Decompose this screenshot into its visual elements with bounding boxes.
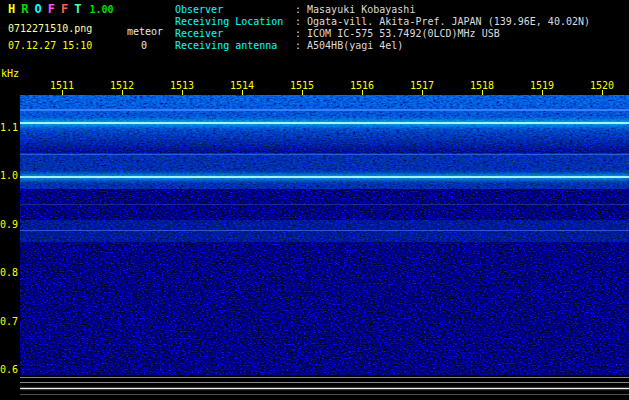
carrier-line (20, 122, 629, 124)
level-grid-line (20, 377, 629, 378)
level-grid-line (20, 394, 629, 395)
time-tick-label: 1516 (347, 80, 377, 92)
info-value: : A504HB(yagi 4el) (295, 40, 403, 52)
logo-letter: H (8, 2, 15, 16)
info-value: : Ogata-vill. Akita-Pref. JAPAN (139.96E… (295, 16, 590, 28)
signal-level-trace (20, 388, 629, 389)
station-info-row: Observer: Masayuki Kobayashi (175, 4, 590, 16)
time-tick-label: 1514 (227, 80, 257, 92)
time-tick-label: 1519 (527, 80, 557, 92)
freq-tick-label: 0.9 (0, 219, 17, 231)
freq-unit-label: kHz (1, 68, 19, 80)
carrier-line (20, 204, 629, 205)
datetime-label: 07.12.27 15:10 (8, 40, 92, 52)
carrier-line (20, 154, 629, 155)
station-info-row: Receiver: ICOM IC-575 53.7492(0LCD)MHz U… (175, 28, 590, 40)
freq-tick-label: 1.1 (0, 122, 17, 134)
time-tick-label: 1512 (107, 80, 137, 92)
time-tick-label: 1515 (287, 80, 317, 92)
freq-tick-label: 0.8 (0, 267, 17, 279)
freq-tick-label: 0.7 (0, 316, 17, 328)
logo-letter: R (21, 2, 28, 16)
time-tick-label: 1518 (467, 80, 497, 92)
time-tick-label: 1511 (47, 80, 77, 92)
logo-letter: F (61, 2, 68, 16)
info-label: Receiving Location (175, 16, 295, 28)
carrier-line (20, 230, 629, 231)
mode-label: meteor (127, 26, 163, 38)
logo-letters: HROFFT (8, 2, 87, 16)
level-panel (20, 375, 629, 400)
carrier-line (20, 176, 629, 178)
output-filename: 0712271510.png (8, 23, 92, 35)
hrofft-window: HROFFT1.00 0712271510.png meteor 07.12.2… (0, 0, 629, 400)
app-logo: HROFFT1.00 (8, 3, 114, 16)
station-info-row: Receiving antenna: A504HB(yagi 4el) (175, 40, 590, 52)
level-grid-line (20, 382, 629, 383)
carrier-line (20, 109, 629, 111)
meteor-count: 0 (141, 40, 147, 52)
logo-letter: F (48, 2, 55, 16)
station-info: Observer: Masayuki KobayashiReceiving Lo… (175, 4, 590, 52)
logo-letter: T (74, 2, 81, 16)
time-tick-label: 1520 (587, 80, 617, 92)
app-version: 1.00 (89, 4, 113, 15)
info-label: Receiver (175, 28, 295, 40)
info-value: : ICOM IC-575 53.7492(0LCD)MHz USB (295, 28, 500, 40)
time-tick-label: 1513 (167, 80, 197, 92)
info-value: : Masayuki Kobayashi (295, 4, 415, 16)
logo-letter: O (34, 2, 41, 16)
time-tick-label: 1517 (407, 80, 437, 92)
spectrogram-plot (20, 95, 629, 375)
info-label: Observer (175, 4, 295, 16)
station-info-row: Receiving Location: Ogata-vill. Akita-Pr… (175, 16, 590, 28)
spectrogram-noise (20, 95, 629, 375)
freq-tick-label: 1.0 (0, 170, 17, 182)
info-label: Receiving antenna (175, 40, 295, 52)
freq-tick-label: 0.6 (0, 364, 17, 376)
